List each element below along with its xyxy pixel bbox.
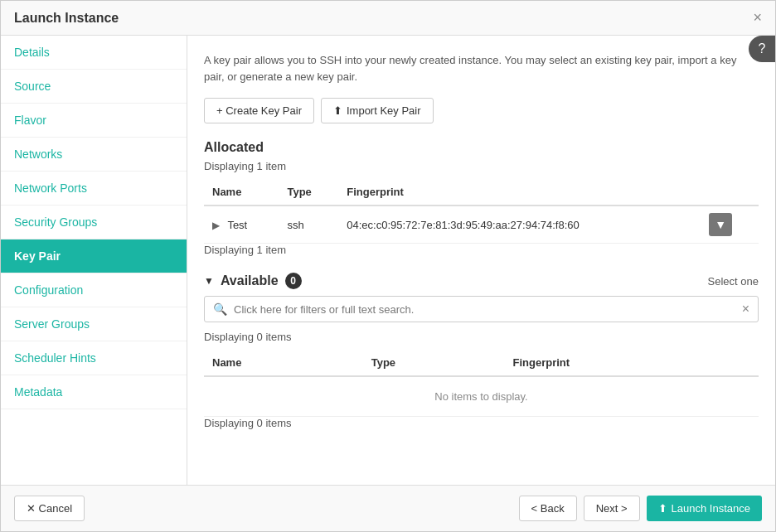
action-buttons: + Create Key Pair ⬆ Import Key Pair [204,98,759,123]
allocated-type-header: Type [279,179,338,206]
footer-right: < Back Next > ⬆ Launch Instance [519,496,762,521]
sidebar-item-configuration[interactable]: Configuration [1,273,187,307]
allocated-fingerprint-header: Fingerprint [338,179,701,206]
available-badge: 0 [285,273,302,289]
next-button[interactable]: Next > [584,496,640,521]
sidebar-item-server-groups[interactable]: Server Groups [1,307,187,341]
sidebar: Details Source Flavor Networks Network P… [1,36,187,485]
allocated-action-header [701,179,759,206]
expand-icon[interactable]: ▶ [212,220,220,231]
help-icon[interactable]: ? [749,36,775,62]
launch-instance-modal: Launch Instance × Details Source Flavor … [0,0,776,532]
search-input[interactable] [234,303,735,316]
allocated-display-count-bottom: Displaying 1 item [204,244,759,256]
modal-header: Launch Instance × [1,1,775,36]
available-fingerprint-header: Fingerprint [505,350,759,376]
available-name-header: Name [204,350,363,376]
allocated-type-cell: ssh [279,206,338,244]
available-table: Name Type Fingerprint No items to displa… [204,350,759,417]
allocated-table: Name Type Fingerprint ▶ Test ssh 04:ec:c… [204,179,759,244]
select-one-label: Select one [708,275,759,288]
sidebar-item-details[interactable]: Details [1,36,187,70]
launch-instance-label: Launch Instance [672,502,750,515]
create-key-pair-button[interactable]: + Create Key Pair [204,98,314,123]
description-text: A key pair allows you to SSH into your n… [204,52,759,85]
clear-search-icon[interactable]: × [742,302,749,317]
no-items-row: No items to display. [204,376,759,417]
allocated-name-cell: ▶ Test [204,206,279,244]
allocated-row: ▶ Test ssh 04:ec:c0:95:72:7e:81:3d:95:49… [204,206,759,244]
available-section-title: ▼ Available 0 [204,273,302,289]
allocated-section-title: Allocated [204,140,759,155]
sidebar-item-source[interactable]: Source [1,70,187,104]
no-items-text: No items to display. [204,376,759,417]
upload-icon: ⬆ [333,104,342,117]
back-button[interactable]: < Back [519,496,577,521]
modal-footer: ✕ Cancel < Back Next > ⬆ Launch Instance [1,485,775,531]
allocated-fingerprint-cell: 04:ec:c0:95:72:7e:81:3d:95:49:aa:27:94:7… [338,206,701,244]
available-display-count-top: Displaying 0 items [204,331,759,343]
allocated-name-header: Name [204,179,279,206]
modal-body: Details Source Flavor Networks Network P… [1,36,775,485]
sidebar-item-flavor[interactable]: Flavor [1,104,187,138]
import-key-pair-button[interactable]: ⬆ Import Key Pair [321,98,434,123]
search-icon: 🔍 [213,302,227,316]
sidebar-item-security-groups[interactable]: Security Groups [1,206,187,239]
sidebar-item-scheduler-hints[interactable]: Scheduler Hints [1,341,187,375]
available-label: Available [221,273,279,288]
remove-allocated-button[interactable]: ▼ [709,213,732,236]
cancel-button[interactable]: ✕ Cancel [14,496,85,521]
launch-instance-button[interactable]: ⬆ Launch Instance [647,496,762,521]
sidebar-item-key-pair[interactable]: Key Pair [1,239,187,273]
chevron-down-icon: ▼ [204,275,214,287]
import-key-pair-label: Import Key Pair [347,104,421,117]
available-display-count-bottom: Displaying 0 items [204,417,759,429]
allocated-remove-cell: ▼ [701,206,759,244]
main-content: ? A key pair allows you to SSH into your… [187,36,775,485]
sidebar-item-networks[interactable]: Networks [1,138,187,172]
modal-title: Launch Instance [14,11,119,26]
allocated-display-count-top: Displaying 1 item [204,160,759,172]
upload-launch-icon: ⬆ [658,502,667,515]
sidebar-item-network-ports[interactable]: Network Ports [1,172,187,206]
close-icon[interactable]: × [753,9,762,27]
search-bar: 🔍 × [204,296,759,322]
available-header: ▼ Available 0 Select one [204,273,759,289]
available-type-header: Type [363,350,505,376]
sidebar-item-metadata[interactable]: Metadata [1,375,187,409]
